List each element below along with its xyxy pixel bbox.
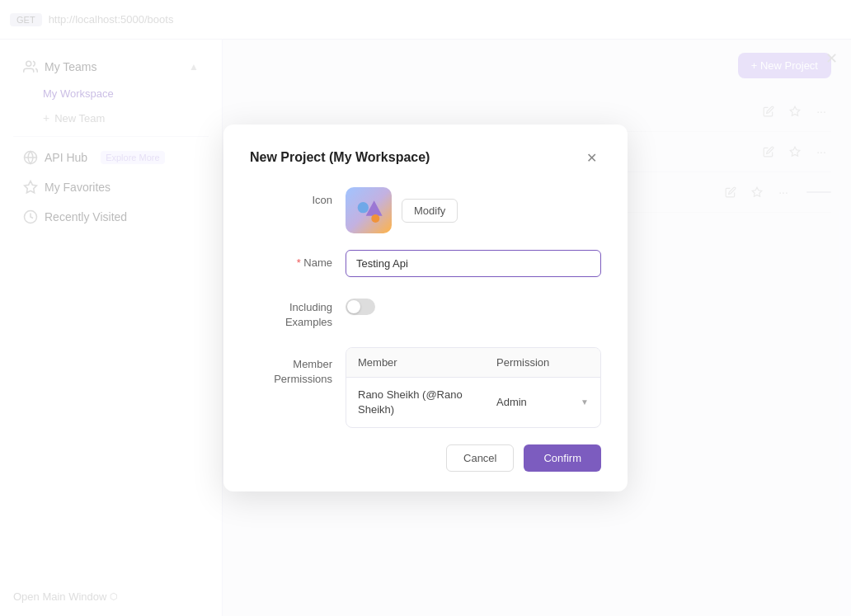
modal-title: New Project (My Workspace) — [250, 150, 430, 165]
toggle-thumb — [347, 300, 360, 313]
modal-footer: Cancel Confirm — [250, 444, 601, 472]
confirm-button[interactable]: Confirm — [524, 444, 601, 472]
permissions-table-wrapper: Member Permission Rano Sheikh (@Rano She… — [346, 347, 601, 428]
member-permissions-row: MemberPermissions Member Permission Rano… — [250, 347, 601, 428]
chevron-down-icon: ▼ — [581, 397, 589, 407]
col-permission: Permission — [485, 348, 600, 377]
name-row: * Name — [250, 250, 601, 277]
table-header: Member Permission — [346, 348, 600, 378]
including-examples-toggle[interactable] — [346, 299, 375, 315]
including-examples-row: IncludingExamples — [250, 294, 601, 330]
icon-label: Icon — [250, 187, 332, 206]
including-examples-label: IncludingExamples — [250, 294, 332, 330]
new-project-modal: New Project (My Workspace) ✕ Icon Modify — [223, 125, 628, 491]
col-member: Member — [346, 348, 485, 377]
permission-cell[interactable]: Admin ▼ — [485, 386, 600, 418]
name-label: * Name — [250, 250, 332, 269]
project-icon — [346, 187, 392, 233]
modify-icon-button[interactable]: Modify — [402, 199, 458, 223]
member-permissions-label: MemberPermissions — [250, 347, 332, 387]
toggle-wrapper — [346, 294, 601, 315]
required-star: * — [297, 256, 301, 269]
name-input[interactable] — [346, 250, 601, 277]
modal-backdrop: New Project (My Workspace) ✕ Icon Modify — [0, 0, 851, 616]
name-field-wrapper — [346, 250, 601, 277]
member-name-cell: Rano Sheikh (@Rano Sheikh) — [346, 378, 485, 427]
icon-row: Icon Modify — [250, 187, 601, 233]
cancel-button[interactable]: Cancel — [446, 444, 514, 472]
modal-close-button[interactable]: ✕ — [581, 148, 601, 167]
icon-area: Modify — [346, 187, 601, 233]
modal-header: New Project (My Workspace) ✕ — [250, 148, 601, 167]
permissions-table: Member Permission Rano Sheikh (@Rano She… — [346, 347, 601, 428]
permission-row: Rano Sheikh (@Rano Sheikh) Admin ▼ — [346, 378, 600, 427]
svg-point-10 — [371, 214, 379, 223]
svg-point-8 — [358, 202, 369, 213]
permission-value: Admin — [496, 396, 527, 408]
